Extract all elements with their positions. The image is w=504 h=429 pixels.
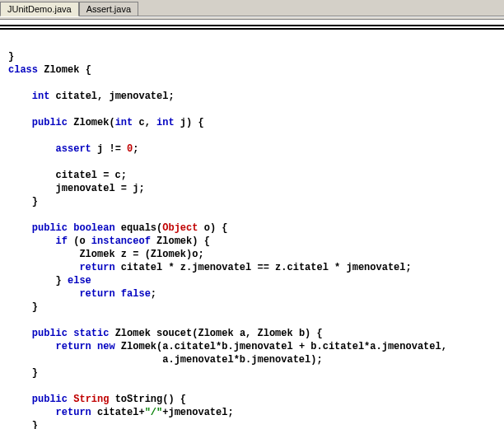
keyword-public: public: [32, 328, 68, 339]
keyword-int: int: [115, 117, 133, 128]
class-string: String: [73, 394, 109, 405]
keyword-public: public: [32, 222, 68, 234]
keyword-public: public: [32, 117, 68, 128]
code-text: Zlomek(: [68, 117, 115, 128]
string-literal: "/": [145, 407, 163, 418]
keyword-public: public: [32, 394, 68, 405]
keyword-static: static: [73, 328, 109, 339]
code-text: }: [32, 301, 38, 313]
code-text: c,: [133, 117, 156, 128]
code-text: Zlomek) {: [151, 235, 210, 247]
keyword-instanceof: instanceof: [91, 235, 151, 247]
keyword-false: false: [121, 288, 151, 300]
keyword-new: new: [97, 341, 115, 352]
code-text: o) {: [198, 222, 227, 234]
keyword-boolean: boolean: [73, 222, 114, 234]
code-text: ;: [151, 288, 156, 300]
code-text: citatel * z.jmenovatel == z.citatel * jm…: [115, 262, 412, 273]
class-object: Object: [162, 222, 198, 234]
code-text: +jmenovatel;: [162, 407, 233, 418]
tab-bar: JUnitDemo.java Assert.java: [0, 0, 504, 16]
keyword-return: return: [56, 341, 91, 352]
keyword-int: int: [32, 91, 50, 102]
code-text: j !=: [91, 143, 127, 155]
code-text: j) {: [175, 117, 204, 128]
code-text: Zlomek {: [38, 64, 91, 76]
keyword-int: int: [156, 117, 175, 128]
code-editor[interactable]: } class Zlomek { int citatel, jmenovatel…: [0, 32, 504, 429]
code-text: }: [32, 367, 38, 379]
code-text: citatel, jmenovatel;: [49, 91, 174, 102]
code-text: Zlomek soucet(Zlomek a, Zlomek b) {: [109, 328, 322, 339]
code-line: }: [8, 51, 14, 63]
keyword-return: return: [56, 407, 91, 418]
code-text: }: [56, 275, 68, 287]
code-text: jmenovatel = j;: [56, 183, 145, 194]
code-text: Zlomek(a.citatel*b.jmenovatel + b.citate…: [115, 341, 447, 352]
code-text: equals(: [115, 222, 163, 234]
tab-assert[interactable]: Assert.java: [79, 2, 138, 16]
keyword-return: return: [79, 262, 114, 273]
double-rule: [0, 25, 504, 30]
code-text: }: [32, 420, 38, 429]
code-text: toString() {: [109, 394, 186, 405]
code-text: ;: [133, 143, 138, 155]
keyword-assert: assert: [56, 143, 91, 155]
code-text: Zlomek z = (Zlomek)o;: [79, 249, 203, 260]
keyword-if: if: [56, 235, 68, 247]
code-text: }: [32, 196, 38, 208]
keyword-class: class: [8, 64, 38, 76]
code-text: a.jmenovatel*b.jmenovatel);: [162, 354, 322, 366]
toolbar-separator: [0, 16, 504, 20]
tab-junitdemo[interactable]: JUnitDemo.java: [0, 2, 79, 16]
keyword-return: return: [79, 288, 114, 300]
code-text: (o: [68, 235, 91, 247]
keyword-else: else: [68, 275, 91, 287]
code-text: citatel+: [91, 407, 145, 418]
code-text: citatel = c;: [56, 170, 127, 181]
